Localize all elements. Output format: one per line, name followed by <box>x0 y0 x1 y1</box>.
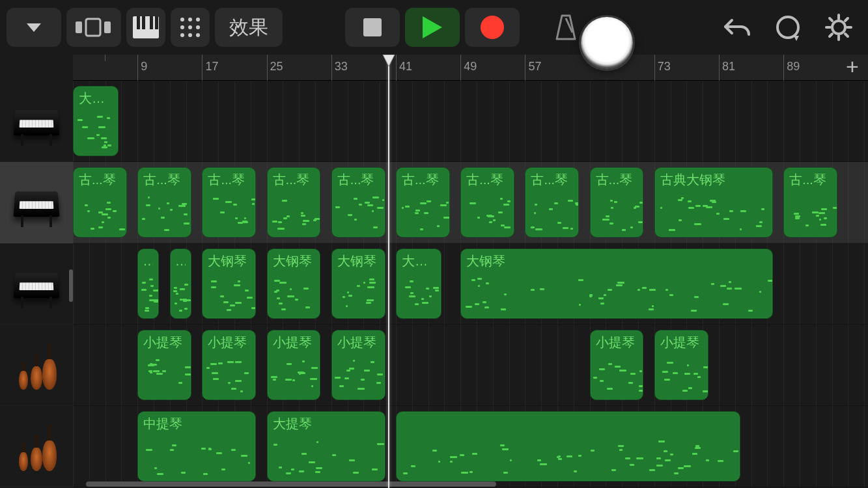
loop-icon <box>774 14 802 41</box>
midi-region[interactable]: ... <box>170 249 191 319</box>
track-header[interactable] <box>0 81 73 162</box>
view-keyboard-button[interactable] <box>126 8 165 47</box>
tracks-view-icon <box>74 16 113 38</box>
midi-region[interactable]: 古典大钢琴 <box>654 167 773 237</box>
midi-region[interactable]: ... <box>137 249 159 319</box>
midi-notes-preview <box>141 190 188 233</box>
midi-region[interactable]: 古...琴 <box>783 167 837 237</box>
midi-notes-preview <box>141 434 253 477</box>
midi-region[interactable]: 古...琴 <box>460 167 514 237</box>
svg-point-21 <box>832 21 845 34</box>
ruler-bar-label: 41 <box>399 60 412 74</box>
settings-button[interactable] <box>816 8 861 47</box>
region-label: 大钢琴 <box>273 253 315 269</box>
grand-piano-icon <box>12 258 61 310</box>
midi-region[interactable]: 古...琴 <box>396 167 450 237</box>
midi-region[interactable]: 大钢琴 <box>460 249 773 319</box>
midi-region[interactable]: 古...琴 <box>331 167 385 237</box>
midi-notes-preview <box>335 190 382 233</box>
play-button[interactable] <box>405 8 460 47</box>
track-header[interactable] <box>0 243 73 325</box>
svg-point-15 <box>188 33 192 37</box>
midi-notes-preview <box>787 190 834 233</box>
midi-region[interactable]: 小提琴 <box>654 330 708 400</box>
browser-dropdown-button[interactable] <box>7 8 61 47</box>
playhead[interactable] <box>388 55 389 488</box>
midi-region[interactable]: 古...琴 <box>590 167 644 237</box>
track-row[interactable]: 中提琴大提琴 <box>73 406 868 487</box>
ruler-bar-label: 73 <box>658 60 671 74</box>
track-row[interactable]: ......大钢琴大钢琴大钢琴大钢琴大钢琴 <box>73 243 868 325</box>
midi-region[interactable]: 小提琴 <box>267 330 321 400</box>
midi-region[interactable] <box>396 411 740 481</box>
record-button[interactable] <box>465 8 520 47</box>
fx-button[interactable]: 效果 <box>215 8 283 47</box>
ruler-bar-label: 25 <box>270 60 283 74</box>
svg-rect-0 <box>76 21 82 33</box>
loop-button[interactable] <box>765 8 811 47</box>
midi-region[interactable]: 古...琴 <box>137 167 191 237</box>
midi-region[interactable]: 小提琴 <box>331 330 385 400</box>
grand-piano-icon <box>12 95 61 147</box>
midi-region[interactable]: 中提琴 <box>137 411 256 481</box>
playhead-handle-icon[interactable] <box>382 55 396 68</box>
ruler-bar-label: 17 <box>205 60 218 74</box>
horizontal-scrollbar[interactable] <box>73 481 861 487</box>
add-track-button[interactable]: + <box>842 57 863 78</box>
view-grid-button[interactable] <box>171 8 210 47</box>
midi-region[interactable]: 大钢琴 <box>202 249 256 319</box>
midi-notes-preview <box>76 190 124 233</box>
svg-point-10 <box>196 18 200 21</box>
grand-piano-icon <box>12 176 61 228</box>
midi-region[interactable]: 小提琴 <box>137 330 191 400</box>
region-label: ... <box>176 253 186 269</box>
svg-point-11 <box>180 25 184 29</box>
region-label: 小提琴 <box>143 334 186 350</box>
record-icon <box>479 14 505 40</box>
region-label: 古...琴 <box>466 172 509 187</box>
midi-notes-preview <box>270 271 318 314</box>
midi-region[interactable]: 古...琴 <box>525 167 579 237</box>
midi-region[interactable]: 古...琴 <box>202 167 256 237</box>
region-label: 大钢琴 <box>466 253 767 269</box>
stop-button[interactable] <box>345 8 400 47</box>
track-header[interactable] <box>0 325 73 406</box>
midi-region[interactable]: 古...琴 <box>267 167 321 237</box>
tracks-container: 大钢琴古...琴古...琴古...琴古...琴古...琴古...琴古...琴古.… <box>73 81 868 487</box>
midi-notes-preview <box>141 353 188 396</box>
midi-region[interactable]: 古...琴 <box>73 167 127 237</box>
svg-point-12 <box>188 25 192 29</box>
region-label: 大钢琴 <box>208 253 250 269</box>
undo-button[interactable] <box>714 8 760 47</box>
region-label: 小提琴 <box>596 334 638 350</box>
region-label: 古典大钢琴 <box>660 172 767 187</box>
svg-rect-7 <box>155 16 158 29</box>
midi-region[interactable]: 大钢琴 <box>73 86 119 156</box>
track-header[interactable] <box>0 162 73 243</box>
midi-region[interactable]: 小提琴 <box>590 330 644 400</box>
midi-region[interactable]: 小提琴 <box>202 330 256 400</box>
strings-icon <box>12 420 61 472</box>
assistive-touch-ball[interactable] <box>581 17 633 69</box>
view-tracks-button[interactable] <box>66 8 121 47</box>
track-row[interactable]: 小提琴小提琴小提琴小提琴小提琴小提琴 <box>73 325 868 406</box>
track-row[interactable]: 古...琴古...琴古...琴古...琴古...琴古...琴古...琴古...琴… <box>73 162 868 243</box>
track-header[interactable] <box>0 406 73 487</box>
midi-notes-preview <box>593 353 641 396</box>
svg-point-13 <box>196 25 200 29</box>
midi-notes-preview <box>205 353 253 396</box>
midi-region[interactable]: 大钢琴 <box>267 249 321 319</box>
midi-region[interactable]: 大钢琴 <box>396 249 441 319</box>
svg-line-28 <box>845 18 848 21</box>
midi-region[interactable]: 大提琴 <box>267 411 385 481</box>
region-label: 古...琴 <box>143 172 186 187</box>
midi-notes-preview <box>270 190 318 233</box>
track-row[interactable]: 大钢琴 <box>73 81 868 162</box>
midi-notes-preview <box>270 434 382 477</box>
horizontal-scrollbar-thumb[interactable] <box>86 481 496 487</box>
region-label: 古...琴 <box>79 172 121 187</box>
midi-notes-preview <box>658 353 705 396</box>
bar-ruler[interactable]: + 9172533414957738189 <box>73 55 868 81</box>
region-label: 古...琴 <box>531 172 573 187</box>
midi-region[interactable]: 大钢琴 <box>331 249 385 319</box>
